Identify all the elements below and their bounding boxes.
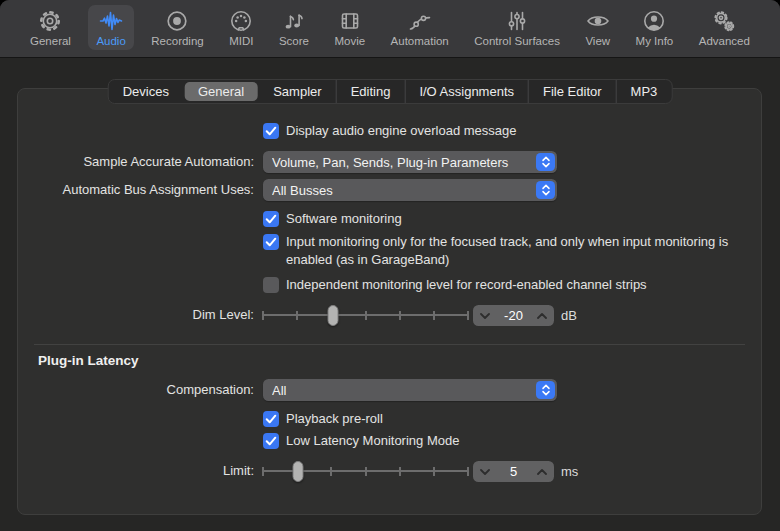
tab-mp3[interactable]: MP3 xyxy=(616,80,672,103)
check-icon xyxy=(263,123,279,139)
stepper-increment-icon xyxy=(537,313,547,319)
toolbar-item-score[interactable]: Score xyxy=(271,5,317,50)
midi-din-icon xyxy=(229,9,253,33)
tab-sampler[interactable]: Sampler xyxy=(259,80,335,103)
compensation-label: Compensation: xyxy=(18,382,254,397)
film-icon xyxy=(338,9,362,33)
automatic-bus-popup[interactable]: All Busses xyxy=(263,179,557,201)
toolbar-label: Control Surfaces xyxy=(474,35,560,47)
tab-io-assignments[interactable]: I/O Assignments xyxy=(404,80,528,103)
popup-chevrons-icon xyxy=(536,153,555,171)
popup-chevrons-icon xyxy=(536,181,555,199)
dim-level-stepper[interactable]: -20 xyxy=(473,305,554,326)
input-monitoring-checkbox-row[interactable]: Input monitoring only for the focused tr… xyxy=(263,234,733,269)
checkbox[interactable] xyxy=(263,277,279,293)
toolbar-label: Automation xyxy=(391,35,449,47)
popup-value: All Busses xyxy=(272,183,536,198)
stepper-value: 5 xyxy=(510,464,517,479)
dim-level-slider[interactable] xyxy=(263,304,468,326)
toolbar-item-automation[interactable]: Automation xyxy=(383,5,457,50)
check-icon xyxy=(263,411,279,427)
toolbar-label: Audio xyxy=(96,35,125,47)
preferences-window: General Audio Recording xyxy=(0,0,780,531)
plugin-latency-header: Plug-in Latency xyxy=(38,353,139,368)
toolbar-item-audio[interactable]: Audio xyxy=(88,5,133,50)
limit-unit: ms xyxy=(561,464,578,479)
eye-icon xyxy=(586,9,610,33)
checkbox-label: Input monitoring only for the focused tr… xyxy=(286,233,733,269)
toolbar-label: View xyxy=(585,35,610,47)
toolbar-item-my-info[interactable]: My Info xyxy=(628,5,682,50)
checkbox-label: Software monitoring xyxy=(286,211,402,227)
toolbar-label: General xyxy=(30,35,71,47)
toolbar-item-recording[interactable]: Recording xyxy=(143,5,211,50)
limit-label: Limit: xyxy=(18,463,254,478)
checkbox-label: Display audio engine overload message xyxy=(286,123,517,139)
section-divider xyxy=(34,344,745,345)
audio-waveform-icon xyxy=(99,9,123,33)
slider-thumb[interactable] xyxy=(327,305,338,326)
sample-accurate-automation-label: Sample Accurate Automation: xyxy=(18,154,254,169)
toolbar-label: Score xyxy=(279,35,309,47)
gear-icon xyxy=(38,9,62,33)
settings-panel: Display audio engine overload message Sa… xyxy=(17,88,762,515)
popup-value: Volume, Pan, Sends, Plug-in Parameters xyxy=(272,155,536,170)
compensation-popup[interactable]: All xyxy=(263,379,557,401)
stepper-value: -20 xyxy=(504,308,523,323)
playback-preroll-checkbox-row[interactable]: Playback pre-roll xyxy=(263,411,383,427)
toolbar-item-control-surfaces[interactable]: Control Surfaces xyxy=(466,5,568,50)
dim-level-unit: dB xyxy=(561,308,577,323)
gears-icon xyxy=(712,9,736,33)
check-icon xyxy=(263,234,279,250)
limit-slider[interactable] xyxy=(263,460,468,482)
tab-bar: Devices General Sampler Editing I/O Assi… xyxy=(108,79,673,104)
person-icon xyxy=(642,9,666,33)
toolbar-item-advanced[interactable]: Advanced xyxy=(691,5,758,50)
checkbox[interactable] xyxy=(263,123,279,139)
slider-thumb[interactable] xyxy=(292,461,303,482)
toolbar-item-midi[interactable]: MIDI xyxy=(221,5,261,50)
toolbar-label: Movie xyxy=(334,35,365,47)
preferences-toolbar: General Audio Recording xyxy=(0,0,780,58)
check-icon xyxy=(263,433,279,449)
toolbar-label: My Info xyxy=(636,35,674,47)
toolbar-label: Advanced xyxy=(699,35,750,47)
tab-general[interactable]: General xyxy=(185,82,257,101)
checkbox-label: Playback pre-roll xyxy=(286,411,383,427)
toolbar-item-view[interactable]: View xyxy=(577,5,618,50)
check-icon xyxy=(263,211,279,227)
tab-editing[interactable]: Editing xyxy=(336,80,405,103)
automatic-bus-label: Automatic Bus Assignment Uses: xyxy=(18,182,254,197)
toolbar-item-movie[interactable]: Movie xyxy=(326,5,373,50)
record-icon xyxy=(165,9,189,33)
limit-stepper[interactable]: 5 xyxy=(473,461,554,482)
automation-curve-icon xyxy=(408,9,432,33)
tab-devices[interactable]: Devices xyxy=(109,80,183,103)
toolbar-label: MIDI xyxy=(229,35,253,47)
software-monitoring-checkbox-row[interactable]: Software monitoring xyxy=(263,211,402,227)
display-overload-checkbox-row[interactable]: Display audio engine overload message xyxy=(263,123,517,139)
checkbox[interactable] xyxy=(263,433,279,449)
toolbar-item-general[interactable]: General xyxy=(22,5,79,50)
score-notes-icon xyxy=(282,9,306,33)
independent-monitoring-checkbox-row[interactable]: Independent monitoring level for record-… xyxy=(263,277,647,293)
control-surfaces-sliders-icon xyxy=(505,9,529,33)
dim-level-label: Dim Level: xyxy=(18,307,254,322)
popup-value: All xyxy=(272,383,536,398)
checkbox[interactable] xyxy=(263,411,279,427)
checkbox[interactable] xyxy=(263,211,279,227)
popup-chevrons-icon xyxy=(536,381,555,399)
checkbox-label: Low Latency Monitoring Mode xyxy=(286,433,459,449)
checkbox-label: Independent monitoring level for record-… xyxy=(286,277,647,293)
toolbar-label: Recording xyxy=(151,35,203,47)
tab-file-editor[interactable]: File Editor xyxy=(528,80,616,103)
stepper-decrement-icon xyxy=(480,469,490,475)
sample-accurate-automation-popup[interactable]: Volume, Pan, Sends, Plug-in Parameters xyxy=(263,151,557,173)
checkbox[interactable] xyxy=(263,234,279,250)
stepper-decrement-icon xyxy=(480,313,490,319)
stepper-increment-icon xyxy=(537,469,547,475)
low-latency-checkbox-row[interactable]: Low Latency Monitoring Mode xyxy=(263,433,459,449)
